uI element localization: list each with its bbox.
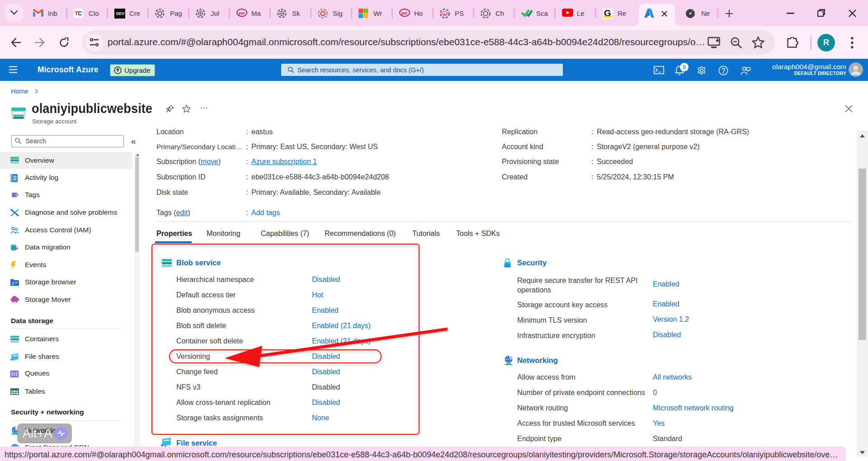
svg-text:psi: psi [239,11,245,15]
svg-text:psi: psi [443,13,447,15]
svg-text:psi: psi [401,11,407,15]
